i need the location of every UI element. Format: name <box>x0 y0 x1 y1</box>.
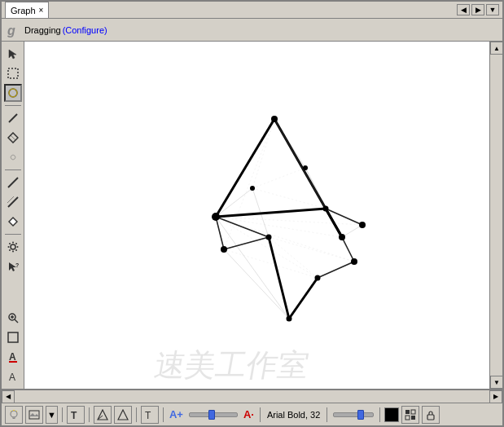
dragging-label: Dragging <box>24 25 61 35</box>
svg-rect-29 <box>8 332 18 342</box>
svg-text:T: T <box>145 410 151 420</box>
svg-line-77 <box>318 262 354 278</box>
nav-next-button[interactable]: ▶ <box>471 4 484 15</box>
svg-point-81 <box>212 213 220 221</box>
svg-line-71 <box>269 237 289 319</box>
text-color-tool[interactable]: A <box>4 348 22 366</box>
tool-separator-3 <box>5 234 21 235</box>
svg-point-22 <box>9 249 11 251</box>
svg-line-5 <box>9 114 17 122</box>
svg-line-65 <box>269 237 354 262</box>
shape-button-2[interactable] <box>114 406 132 424</box>
svg-rect-109 <box>411 416 415 420</box>
bulb-button[interactable] <box>5 406 23 424</box>
svg-point-17 <box>7 246 9 248</box>
svg-text:速美工作室: 速美工作室 <box>151 347 311 382</box>
color-picker-box[interactable] <box>384 407 399 422</box>
pointer-tool[interactable] <box>4 45 22 63</box>
text-button-2[interactable]: T <box>141 406 159 424</box>
tool-separator-2 <box>5 169 21 170</box>
svg-rect-110 <box>427 415 434 420</box>
svg-line-67 <box>216 119 274 217</box>
svg-rect-2 <box>8 68 18 78</box>
separator-1 <box>62 407 63 422</box>
text-style-button[interactable]: T <box>67 406 85 424</box>
svg-point-85 <box>351 258 357 265</box>
a-dot-red-label[interactable]: A· <box>243 408 254 420</box>
lasso-tool[interactable] <box>4 84 22 102</box>
scroll-up-button[interactable]: ▲ <box>490 42 502 55</box>
tab-label: Graph <box>11 6 36 15</box>
svg-line-78 <box>224 237 269 249</box>
main-window: Graph × ◀ ▶ ▼ g Dragging (Configure) <box>0 0 504 427</box>
toolbar-row: g Dragging (Configure) <box>2 19 502 42</box>
shape-button-1[interactable] <box>94 406 112 424</box>
svg-line-79 <box>216 217 224 249</box>
svg-line-73 <box>274 119 326 209</box>
image-button[interactable] <box>25 406 43 424</box>
a-plus-blue-label[interactable]: A+ <box>169 408 183 420</box>
nav-dropdown-button[interactable]: ▼ <box>486 4 499 15</box>
help-tool[interactable]: ? <box>4 258 22 275</box>
svg-line-64 <box>269 237 318 278</box>
separator-6 <box>327 407 327 422</box>
svg-point-80 <box>271 116 278 122</box>
lock-button[interactable] <box>422 406 440 424</box>
svg-line-9 <box>8 178 18 187</box>
diamond-tool[interactable] <box>4 129 22 147</box>
svg-point-21 <box>15 243 17 244</box>
svg-line-61 <box>216 217 342 237</box>
configure-link[interactable]: (Configure) <box>63 25 107 35</box>
left-toolbar: ? A <box>2 42 24 389</box>
bottom-toolbar: ▼ T T A+ <box>2 403 502 425</box>
svg-line-72 <box>289 278 318 319</box>
svg-point-15 <box>12 242 14 244</box>
right-scrollbar[interactable]: ▲ ▼ <box>489 42 502 389</box>
graph-tab[interactable]: Graph × <box>5 2 49 18</box>
scroll-right-button[interactable]: ▶ <box>489 390 502 403</box>
svg-rect-107 <box>411 410 415 414</box>
image-dropdown-button[interactable]: ▼ <box>46 406 58 424</box>
scroll-left-button[interactable]: ◀ <box>2 390 15 403</box>
horizontal-scrollbar[interactable]: ◀ ▶ <box>2 390 502 403</box>
svg-point-93 <box>11 411 17 417</box>
svg-line-62 <box>252 168 305 188</box>
svg-text:?: ? <box>15 262 19 268</box>
frame-tool[interactable] <box>4 328 22 346</box>
text-tool[interactable]: A <box>4 368 22 385</box>
svg-line-74 <box>216 217 269 237</box>
svg-point-14 <box>11 244 15 249</box>
tab-close-button[interactable]: × <box>39 7 44 15</box>
svg-point-88 <box>315 275 321 281</box>
select-rect-tool[interactable] <box>4 64 22 82</box>
separator-3 <box>136 407 137 422</box>
svg-rect-108 <box>405 416 410 420</box>
canvas-area[interactable]: 速美工作室 <box>24 42 489 389</box>
svg-point-18 <box>16 246 18 248</box>
svg-text:A: A <box>9 372 15 382</box>
scroll-down-button[interactable]: ▼ <box>490 376 502 389</box>
font-size-slider[interactable] <box>189 412 238 417</box>
svg-point-84 <box>339 234 345 240</box>
svg-text:A: A <box>9 351 16 363</box>
plane-tool[interactable] <box>4 213 22 231</box>
paint-tool[interactable] <box>4 148 22 166</box>
gear-tool[interactable] <box>4 238 22 256</box>
svg-point-90 <box>250 186 255 191</box>
svg-line-44 <box>342 225 362 237</box>
main-area: ? A <box>2 42 502 389</box>
svg-point-89 <box>359 222 366 228</box>
secondary-slider[interactable] <box>333 412 374 417</box>
svg-line-98 <box>16 411 17 412</box>
zoom-tool[interactable] <box>4 309 22 327</box>
title-bar: Graph × ◀ ▶ ▼ <box>2 2 502 19</box>
separator-7 <box>379 407 380 422</box>
font-name-label: Arial Bold, 32 <box>267 410 320 420</box>
scroll-track-vertical[interactable] <box>490 55 502 376</box>
eraser-tool[interactable] <box>4 193 22 211</box>
pattern-button[interactable] <box>401 406 419 424</box>
nav-prev-button[interactable]: ◀ <box>457 4 470 15</box>
svg-text:T: T <box>71 410 77 420</box>
line-tool[interactable] <box>4 174 22 191</box>
pencil-tool[interactable] <box>4 109 22 127</box>
